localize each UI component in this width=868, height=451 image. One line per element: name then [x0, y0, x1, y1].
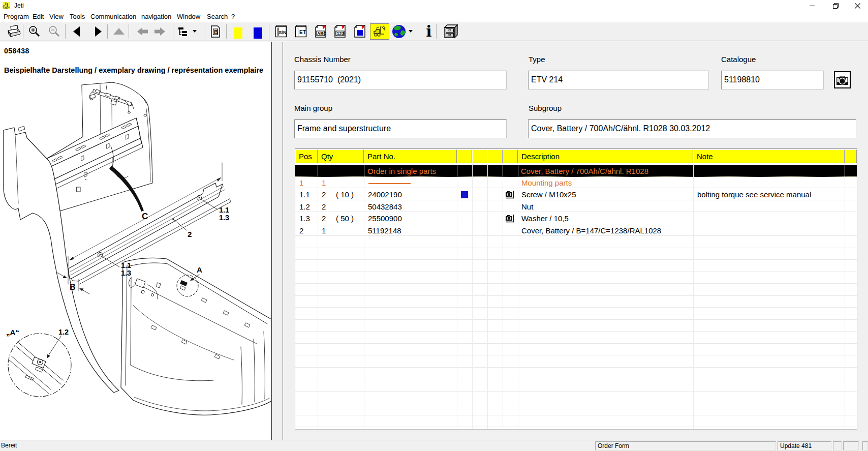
main-group-field[interactable]: Frame and superstructure: [294, 119, 507, 138]
header-photo[interactable]: [503, 149, 518, 163]
header-extra[interactable]: [845, 149, 857, 163]
sn-book-icon: S/N: [274, 24, 288, 39]
drawing-caption: Beispielhafte Darstellung / exemplary dr…: [4, 66, 263, 74]
language-globe-button[interactable]: [390, 23, 415, 40]
abc-doc-label: ABC: [317, 31, 326, 36]
table-row[interactable]: 1.1 2 ( 10 ) 24002190 Screw / M10x25 bol…: [296, 189, 857, 201]
table-row-selected[interactable]: Order in single parts Cover, Battery / 7…: [295, 165, 857, 177]
label-b: B: [70, 283, 76, 291]
previous-triangle-icon: [71, 25, 82, 38]
cell-qty-paren: ( 10 ): [336, 189, 354, 201]
header-flag3[interactable]: [487, 149, 503, 163]
toolbar-separator: [173, 24, 173, 39]
label-a-detail: „A“: [6, 328, 19, 337]
catalogue-photo-button[interactable]: [834, 71, 851, 88]
label-a: A: [197, 265, 202, 274]
archive-cabinet-button[interactable]: [439, 23, 460, 40]
menu-help[interactable]: ?: [231, 11, 235, 22]
tree-view-button[interactable]: [175, 23, 200, 40]
row-camera-icon[interactable]: [505, 190, 514, 199]
label-c: C: [142, 212, 148, 221]
numerical-index-button[interactable]: 123: [330, 23, 350, 40]
menu-search[interactable]: Search: [207, 11, 228, 22]
zoom-in-icon: [28, 25, 41, 38]
minimize-button[interactable]: [800, 0, 824, 11]
table-column-line: [472, 164, 473, 429]
history-forward-button[interactable]: [150, 23, 169, 40]
cell-part: 24002190: [368, 189, 402, 201]
zoom-in-button[interactable]: [25, 23, 44, 40]
exploded-view-drawing[interactable]: C 2 1.1 1.3 1.1 1.3 B A „A“ 1.2: [0, 76, 271, 440]
status-panel-small-1: [833, 441, 842, 450]
cell-qty-paren: ( 50 ): [336, 213, 354, 225]
header-pos[interactable]: Pos: [295, 149, 318, 163]
cell-description: Nut: [521, 201, 533, 213]
label-11-bottom: 1.1: [121, 261, 131, 269]
orange-dash: [368, 183, 411, 184]
zoom-out-button[interactable]: [45, 23, 64, 40]
panel-divider: [283, 42, 283, 440]
next-page-button[interactable]: [88, 23, 108, 40]
parts-table: Pos Qty Part No. Description Note Order …: [295, 148, 857, 430]
sn-book-label: S/N: [279, 30, 287, 35]
cell-part: Order in single parts: [367, 165, 436, 177]
app-icon: [3, 2, 11, 10]
menu-view[interactable]: View: [49, 11, 64, 22]
vehicle-view-button[interactable]: [370, 23, 389, 40]
type-field[interactable]: ETV 214: [528, 71, 709, 89]
toolbar-separator: [107, 24, 108, 39]
cell-description: Mounting parts: [521, 177, 572, 189]
subgroup-field[interactable]: Cover, Battery / 700Ah/C/ähnl. R1028 30.…: [528, 119, 856, 138]
b-document-button[interactable]: B: [206, 23, 225, 40]
table-row[interactable]: 2 1 51192148 Cover, Battery / B=147/C=12…: [296, 225, 857, 237]
minimize-icon: [810, 3, 815, 9]
catalogue-field[interactable]: 51198810: [721, 71, 824, 89]
catalogue-label: Catalogue: [721, 55, 756, 64]
table-column-line: [503, 164, 503, 429]
menu-edit[interactable]: Edit: [33, 11, 44, 22]
serial-number-book-button[interactable]: S/N: [271, 23, 291, 40]
forklift-icon: [372, 24, 387, 39]
print-button[interactable]: [4, 23, 23, 40]
cell-pos: 1: [299, 177, 303, 189]
header-qty[interactable]: Qty: [318, 149, 364, 163]
cell-pos: 2: [299, 225, 303, 237]
numeric-index-icon: 123: [333, 24, 347, 39]
image-document-button[interactable]: [350, 23, 369, 40]
table-row[interactable]: 1.2 2 50432843 Nut: [296, 201, 857, 213]
label-2: 2: [188, 230, 192, 238]
table-row[interactable]: 1.3 2 ( 50 ) 25500900 Washer / 10,5: [296, 213, 857, 225]
label-11-top: 1.1: [219, 206, 229, 214]
status-order-form: Order Form: [595, 441, 776, 450]
cell-description: Cover, Battery / 700Ah/C/ähnl. R1028: [521, 165, 648, 177]
table-row[interactable]: 1 1 Mounting parts: [296, 177, 857, 189]
info-icon: i: [426, 25, 431, 38]
header-description[interactable]: Description: [518, 149, 693, 163]
back-arrow-icon: [136, 26, 149, 37]
header-note[interactable]: Note: [693, 149, 845, 163]
chassis-number-field[interactable]: 91155710 (2021): [294, 71, 507, 89]
menu-window[interactable]: Window: [177, 11, 200, 22]
header-part-no[interactable]: Part No.: [364, 149, 457, 163]
label-13-bottom: 1.3: [121, 269, 131, 277]
menu-program[interactable]: Program: [4, 11, 29, 22]
blue-marker-button[interactable]: [254, 27, 262, 39]
menu-tools[interactable]: Tools: [70, 11, 85, 22]
toolbar-separator: [226, 24, 227, 39]
header-marker[interactable]: [457, 149, 472, 163]
yellow-marker-button[interactable]: [234, 27, 242, 39]
next-triangle-icon: [92, 25, 104, 38]
previous-page-button[interactable]: [67, 23, 86, 40]
row-camera-icon[interactable]: [505, 214, 514, 223]
menu-navigation[interactable]: navigation: [141, 11, 171, 22]
alphabetical-index-button[interactable]: ABC: [311, 23, 330, 40]
et-book-icon: ET: [294, 24, 308, 39]
header-flag2[interactable]: [472, 149, 487, 163]
cell-description: Washer / 10,5: [521, 213, 569, 225]
spare-parts-book-button[interactable]: ET: [291, 23, 311, 40]
menu-communication[interactable]: Communication: [90, 11, 136, 22]
restore-button[interactable]: [824, 0, 847, 11]
level-up-button[interactable]: [109, 23, 129, 40]
close-button[interactable]: [846, 0, 868, 11]
toolbar-separator: [23, 24, 23, 39]
